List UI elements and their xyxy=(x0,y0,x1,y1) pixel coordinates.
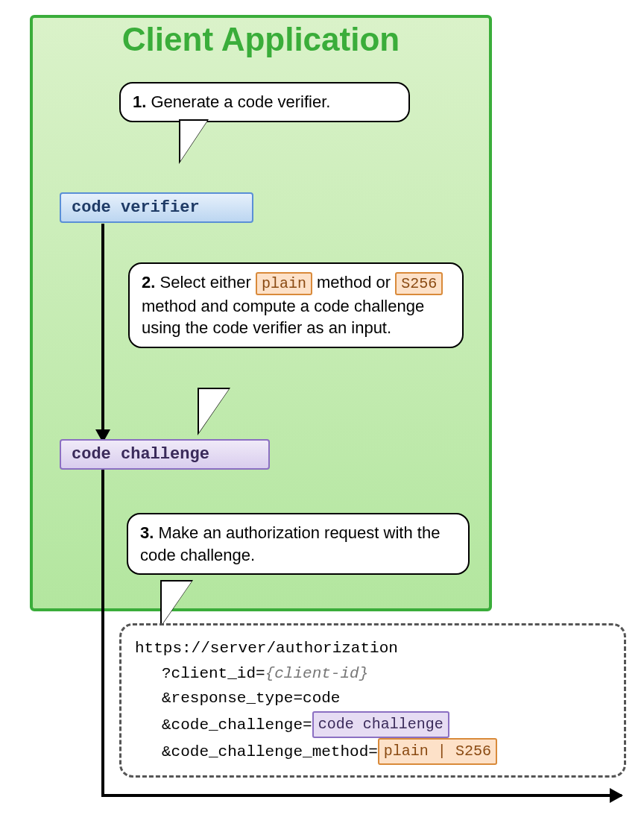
flow-arrow-horizontal xyxy=(101,794,622,797)
method-chip: plain | S256 xyxy=(378,738,497,765)
code-challenge-chip: code challenge xyxy=(312,711,449,738)
request-client-id-placeholder: {client-id} xyxy=(265,665,369,682)
authorization-request-box: https://server/authorization ?client_id=… xyxy=(119,623,626,778)
client-application-title: Client Application xyxy=(30,21,492,58)
step-3-number: 3. xyxy=(140,523,154,542)
code-challenge-box: code challenge xyxy=(60,439,270,470)
step-1-bubble: 1. Generate a code verifier. xyxy=(119,82,410,122)
step-3-text: Make an authorization request with the c… xyxy=(140,523,440,564)
step-1-number: 1. xyxy=(133,92,146,111)
step-2-text-mid: method or xyxy=(317,273,395,291)
flow-arrow-vertical xyxy=(101,224,104,794)
request-code-challenge-method-key: &code_challenge_method= xyxy=(162,743,378,760)
request-client-id-key: ?client_id= xyxy=(162,665,265,682)
pkce-diagram: Client Application 1. Generate a code ve… xyxy=(15,15,629,817)
code-verifier-box: code verifier xyxy=(60,192,253,223)
request-response-type: &response_type=code xyxy=(135,686,610,711)
speech-tail-icon xyxy=(179,119,209,164)
plain-chip: plain xyxy=(256,272,312,295)
speech-tail-icon xyxy=(198,388,230,435)
s256-chip: S256 xyxy=(395,272,443,295)
speech-tail-icon xyxy=(160,580,193,628)
step-2-number: 2. xyxy=(142,273,155,291)
request-line-url: https://server/authorization xyxy=(135,636,610,661)
step-2-text-post: method and compute a code challenge usin… xyxy=(142,297,424,338)
request-code-challenge-key: &code_challenge= xyxy=(162,716,312,733)
step-2-bubble: 2. Select either plain method or S256 me… xyxy=(128,262,464,348)
step-1-text: Generate a code verifier. xyxy=(151,92,330,111)
step-3-bubble: 3. Make an authorization request with th… xyxy=(127,513,470,575)
step-2-text-pre: Select either xyxy=(160,273,255,291)
